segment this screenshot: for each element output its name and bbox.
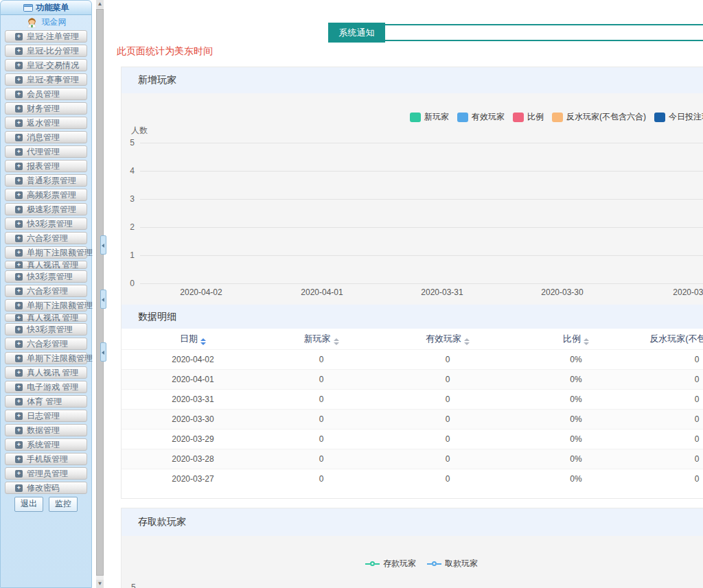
table-cell: 0: [378, 434, 517, 444]
sidebar-header: 功能菜单: [1, 1, 91, 15]
logout-button[interactable]: 退出: [14, 497, 43, 512]
scroll-down-arrow-icon[interactable]: ▼: [96, 580, 104, 588]
sidebar-menu-item[interactable]: +皇冠-比分管理: [5, 45, 87, 57]
sidebar-menu-item[interactable]: +会员管理: [5, 88, 87, 100]
menu-item-label: 真人视讯 管理: [27, 261, 78, 269]
table-cell: 0: [264, 474, 378, 484]
expand-plus-icon: +: [15, 33, 23, 40]
legend-item[interactable]: 反水玩家(不包含六合): [552, 111, 646, 123]
menu-item-label: 单期下注限额管理: [27, 300, 93, 311]
sidebar-menu-item[interactable]: +单期下注限额管理: [5, 246, 87, 259]
sidebar-menu-item[interactable]: +快3彩票管理: [5, 270, 87, 283]
line-marker-icon: [365, 561, 380, 566]
legend-item[interactable]: 新玩家: [410, 111, 449, 123]
sidebar-menu-item[interactable]: +快3彩票管理: [5, 217, 87, 230]
sidebar-collapse-handle[interactable]: [100, 235, 106, 255]
sidebar-menu-item[interactable]: +皇冠-交易情况: [5, 59, 87, 71]
table-cell: 0: [635, 355, 703, 364]
legend-item[interactable]: 今日投注玩家: [654, 111, 703, 123]
chart-legend: 存款玩家取款玩家: [365, 558, 478, 569]
legend-item[interactable]: 有效玩家: [457, 111, 505, 123]
legend-item[interactable]: 取款玩家: [427, 558, 478, 569]
expand-plus-icon: +: [15, 326, 23, 333]
sidebar-menu-item[interactable]: +管理员管理: [5, 467, 87, 480]
sidebar-menu: +皇冠-注单管理+皇冠-比分管理+皇冠-交易情况+皇冠-赛事管理+会员管理+财务…: [1, 30, 91, 494]
sidebar-menu-item[interactable]: +报表管理: [5, 160, 87, 172]
menu-item-label: 极速彩票管理: [27, 204, 76, 215]
timezone-note: 此页面统计为美东时间: [117, 45, 213, 58]
sidebar-menu-item[interactable]: +真人视讯 管理: [5, 261, 87, 269]
expand-plus-icon: +: [15, 261, 23, 269]
table-header-row: 日期新玩家有效玩家比例反水玩家(不包含六合): [122, 329, 703, 349]
monitor-button[interactable]: 监控: [49, 497, 78, 512]
new-players-title: 新增玩家: [122, 67, 703, 93]
expand-plus-icon: +: [15, 249, 23, 257]
gridline: [140, 171, 703, 172]
sidebar-menu-item[interactable]: +六合彩管理: [5, 285, 87, 297]
expand-plus-icon: +: [15, 456, 23, 463]
column-header[interactable]: 有效玩家: [378, 333, 517, 345]
sidebar-collapse-handle[interactable]: [100, 290, 106, 309]
menu-item-label: 普通彩票管理: [27, 175, 76, 187]
menu-item-label: 真人视讯 管理: [27, 314, 78, 322]
column-header[interactable]: 比例: [517, 333, 635, 345]
sidebar-menu-item[interactable]: +快3彩票管理: [5, 323, 87, 336]
column-header[interactable]: 反水玩家(不包含六合): [635, 333, 703, 345]
x-axis-tick: 2020-03-29: [673, 287, 703, 297]
sidebar-menu-item[interactable]: +代理管理: [5, 145, 87, 158]
table-cell: 0%: [517, 395, 635, 404]
avatar: [26, 16, 38, 28]
sidebar-menu-item[interactable]: +系统管理: [5, 438, 87, 451]
sidebar-menu-item[interactable]: +修改密码: [5, 482, 87, 494]
sidebar-menu-item[interactable]: +返水管理: [5, 117, 87, 129]
table-cell: 0: [635, 395, 703, 404]
sidebar-menu-item[interactable]: +体育 管理: [5, 395, 87, 408]
sidebar-menu-item[interactable]: +六合彩管理: [5, 338, 87, 350]
data-detail-title: 数据明细: [122, 305, 703, 329]
scroll-up-arrow-icon[interactable]: ▲: [96, 0, 104, 8]
table-cell: 2020-03-30: [122, 414, 264, 424]
menu-item-label: 电子游戏 管理: [27, 381, 78, 393]
expand-plus-icon: +: [15, 273, 23, 281]
sidebar-menu-item[interactable]: +高频彩票管理: [5, 189, 87, 201]
expand-plus-icon: +: [15, 427, 23, 434]
legend-item[interactable]: 存款玩家: [365, 558, 416, 569]
sidebar-menu-item[interactable]: +六合彩管理: [5, 232, 87, 244]
sidebar-menu-item[interactable]: +财务管理: [5, 102, 87, 115]
x-axis-tick: 2020-03-31: [421, 287, 463, 297]
sort-arrows-icon[interactable]: [464, 338, 470, 345]
menu-item-label: 皇冠-交易情况: [27, 60, 79, 71]
expand-plus-icon: +: [15, 47, 23, 55]
deposit-withdraw-title: 存取款玩家: [122, 508, 703, 536]
sidebar-menu-item[interactable]: +消息管理: [5, 131, 87, 143]
legend-item[interactable]: 比例: [513, 111, 544, 123]
expand-plus-icon: +: [15, 398, 23, 405]
sort-arrows-icon[interactable]: [584, 338, 589, 345]
table-cell: 0: [378, 355, 517, 364]
expand-plus-icon: +: [15, 220, 23, 228]
sidebar-menu-item[interactable]: +电子游戏 管理: [5, 381, 87, 393]
sidebar-menu-item[interactable]: +单期下注限额管理: [5, 352, 87, 364]
table-row: 2020-03-27000%0: [122, 469, 703, 489]
sidebar-menu-item[interactable]: +真人视讯 管理: [5, 314, 87, 322]
sidebar-menu-item[interactable]: +皇冠-注单管理: [5, 30, 87, 43]
table-cell: 0: [264, 454, 378, 464]
column-header-label: 比例: [563, 333, 581, 344]
sidebar-menu-item[interactable]: +普通彩票管理: [5, 174, 87, 187]
sort-arrows-icon[interactable]: [334, 338, 339, 345]
sidebar-menu-item[interactable]: +单期下注限额管理: [5, 299, 87, 311]
deposit-withdraw-chart: 存款玩家取款玩家 5: [122, 536, 703, 588]
sidebar-menu-item[interactable]: +真人视讯 管理: [5, 366, 87, 379]
column-header[interactable]: 日期: [122, 333, 264, 345]
sidebar-collapse-handle[interactable]: [100, 342, 106, 362]
sidebar-menu-item[interactable]: +日志管理: [5, 410, 87, 422]
sidebar-menu-item[interactable]: +手机版管理: [5, 453, 87, 465]
sidebar-menu-item[interactable]: +数据管理: [5, 424, 87, 436]
expand-plus-icon: +: [15, 340, 23, 348]
sort-arrows-icon[interactable]: [200, 338, 206, 345]
sidebar-menu-item[interactable]: +皇冠-赛事管理: [5, 73, 87, 86]
menu-window-icon: [23, 4, 33, 12]
sidebar-menu-item[interactable]: +极速彩票管理: [5, 203, 87, 215]
legend-label: 取款玩家: [445, 558, 478, 569]
column-header[interactable]: 新玩家: [264, 333, 378, 345]
